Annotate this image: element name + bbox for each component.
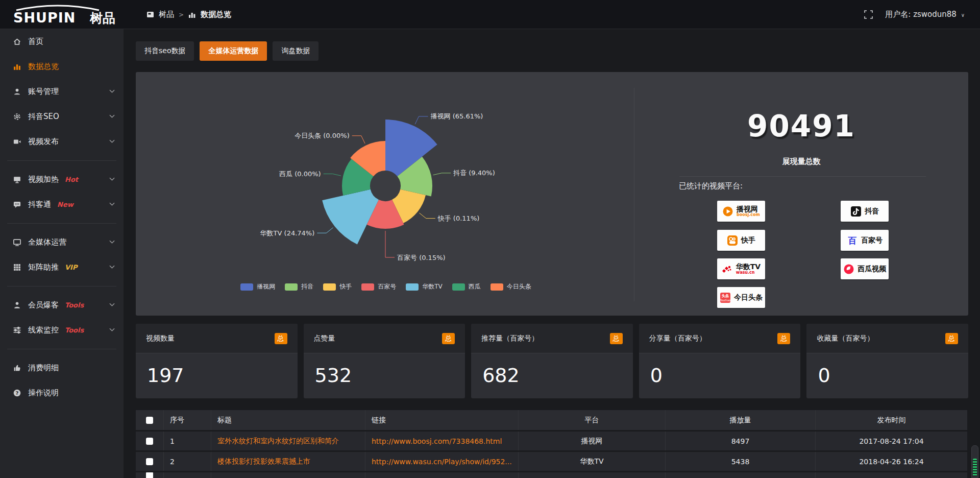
sidebar-item-badge: Tools bbox=[65, 326, 84, 334]
legend-item-华数TV[interactable]: 华数TV bbox=[406, 282, 443, 291]
sidebar-item-消费明细[interactable]: 消费明细 bbox=[0, 355, 124, 380]
legend-item-播视网[interactable]: 播视网 bbox=[240, 282, 275, 291]
legend-item-今日头条[interactable]: 今日头条 bbox=[491, 282, 531, 291]
stat-card-value: 0 bbox=[639, 353, 801, 397]
platform-badge-华数TV[interactable]: 华数TVwasu.cn bbox=[717, 258, 765, 279]
platform-badge-texts: 西瓜视频 bbox=[857, 265, 886, 273]
sidebar-item-label: 视频发布 bbox=[28, 137, 59, 147]
column-header-标题: 标题 bbox=[211, 410, 365, 430]
chevron-down-icon bbox=[109, 177, 115, 181]
legend-label: 今日头条 bbox=[507, 282, 531, 291]
sidebar-item-首页[interactable]: 首页 bbox=[0, 29, 124, 54]
pie-label-line-西瓜 bbox=[324, 174, 341, 176]
sidebar-item-视频加热[interactable]: 视频加热Hot bbox=[0, 167, 124, 192]
platform-badge-快手[interactable]: 快手 bbox=[717, 230, 765, 251]
total-badge[interactable]: 总 bbox=[442, 333, 455, 344]
sidebar-item-线索监控[interactable]: 线索监控Tools bbox=[0, 318, 124, 343]
tab-全媒体运营数据[interactable]: 全媒体运营数据 bbox=[200, 41, 267, 61]
platform-badge-texts: 华数TVwasu.cn bbox=[736, 263, 761, 275]
sidebar: 首页数据总览账号管理抖音SEO视频发布视频加热Hot抖客通New全媒体运营矩阵助… bbox=[0, 29, 124, 478]
platform-badge-今日头条[interactable]: 头条Toutiao今日头条 bbox=[717, 287, 765, 308]
sidebar-item-视频发布[interactable]: 视频发布 bbox=[0, 129, 124, 154]
pie-label-西瓜: 西瓜 (0.00%) bbox=[279, 170, 321, 178]
gear-icon bbox=[13, 112, 21, 121]
sidebar-divider bbox=[7, 223, 116, 224]
fullscreen-icon[interactable] bbox=[864, 10, 873, 19]
row-title[interactable]: 楼体投影灯投影效果震撼上市 bbox=[211, 452, 365, 471]
chevron-down-icon bbox=[109, 139, 115, 144]
sidebar-item-矩阵助推[interactable]: 矩阵助推VIP bbox=[0, 255, 124, 280]
row-link[interactable]: http://www.boosj.com/7338468.html bbox=[365, 432, 518, 450]
table-header-row: 序号标题链接平台播放量发布时间 bbox=[136, 410, 967, 430]
legend-item-西瓜[interactable]: 西瓜 bbox=[452, 282, 481, 291]
platform-badge-name: 西瓜视频 bbox=[857, 265, 886, 273]
pie-slice-华数TV[interactable] bbox=[322, 189, 379, 245]
empty-cell bbox=[815, 472, 967, 478]
platforms-label: 已统计的视频平台: bbox=[679, 181, 743, 191]
sidebar-item-badge: New bbox=[57, 201, 74, 208]
platform-badge-播视网[interactable]: 播视网boosj.com bbox=[717, 201, 765, 222]
sidebar-item-badge: VIP bbox=[65, 264, 77, 271]
column-header-链接: 链接 bbox=[365, 410, 518, 430]
row-time: 2017-08-24 17:04 bbox=[815, 432, 967, 450]
total-badge[interactable]: 总 bbox=[610, 333, 623, 344]
table-row[interactable]: 2楼体投影灯投影效果震撼上市http://www.wasu.cn/Play/sh… bbox=[136, 452, 967, 471]
grid-icon bbox=[13, 263, 21, 272]
row-checkbox[interactable] bbox=[146, 458, 153, 465]
select-all-checkbox[interactable] bbox=[146, 417, 153, 424]
platform-badge-西瓜视频[interactable]: 西瓜视频 bbox=[841, 258, 889, 279]
stat-card-header: 收藏量（百家号）总 bbox=[806, 324, 968, 353]
total-badge[interactable]: 总 bbox=[945, 333, 958, 344]
row-checkbox[interactable] bbox=[146, 472, 153, 478]
platform-badge-texts: 播视网boosj.com bbox=[737, 205, 760, 217]
legend-item-快手[interactable]: 快手 bbox=[323, 282, 352, 291]
sidebar-item-账号管理[interactable]: 账号管理 bbox=[0, 79, 124, 104]
sidebar-item-label: 会员爆客 bbox=[28, 300, 59, 310]
sidebar-item-数据总览[interactable]: 数据总览 bbox=[0, 54, 124, 79]
pie-label-line-百家号 bbox=[385, 231, 395, 257]
main-content: 抖音seo数据全媒体运营数据询盘数据 播视网 (65.61%)抖音 (9.40%… bbox=[124, 29, 980, 478]
logo-text-en: SHUPIN bbox=[13, 10, 76, 26]
side-float-widget[interactable] bbox=[971, 445, 978, 478]
legend-item-抖音[interactable]: 抖音 bbox=[285, 282, 313, 291]
row-platform: 华数TV bbox=[518, 452, 665, 471]
username-menu[interactable]: 用户名: zswodun88 ∨ bbox=[885, 10, 965, 19]
tab-抖音seo数据[interactable]: 抖音seo数据 bbox=[136, 41, 194, 61]
pie-label-line-播视网 bbox=[415, 116, 428, 124]
row-checkbox[interactable] bbox=[146, 438, 153, 445]
platform-badge-百家号[interactable]: 百百家号 bbox=[841, 230, 889, 251]
panel-divider-vertical bbox=[634, 88, 634, 301]
table-row[interactable]: 1室外水纹灯和室内水纹灯的区别和简介http://www.boosj.com/7… bbox=[136, 432, 967, 450]
row-title[interactable]: 室外水纹灯和室内水纹灯的区别和简介 bbox=[211, 432, 365, 450]
sidebar-item-操作说明[interactable]: ?操作说明 bbox=[0, 380, 124, 405]
platform-badge-抖音[interactable]: 抖音 bbox=[841, 201, 889, 222]
stat-card-value: 0 bbox=[806, 353, 968, 397]
app-logo: SHUPIN 树品 bbox=[9, 4, 121, 26]
platform-badge-texts: 今日头条 bbox=[734, 294, 763, 301]
sidebar-item-全媒体运营[interactable]: 全媒体运营 bbox=[0, 230, 124, 255]
total-badge[interactable]: 总 bbox=[777, 333, 790, 344]
stat-card-title: 分享量（百家号） bbox=[649, 334, 706, 343]
sidebar-item-抖客通[interactable]: 抖客通New bbox=[0, 192, 124, 217]
monitor-hot-icon bbox=[13, 175, 21, 184]
tab-询盘数据[interactable]: 询盘数据 bbox=[273, 41, 318, 61]
rose-pie-chart[interactable]: 播视网 (65.61%)抖音 (9.40%)快手 (0.11%)百家号 (0.1… bbox=[136, 72, 634, 316]
breadcrumb-root[interactable]: 树品 bbox=[159, 10, 174, 19]
svg-text:百: 百 bbox=[848, 235, 857, 246]
sidebar-item-抖音SEO[interactable]: 抖音SEO bbox=[0, 104, 124, 129]
logo-text-cn: 树品 bbox=[89, 11, 115, 26]
legend-swatch bbox=[361, 283, 374, 291]
pie-label-华数TV: 华数TV (24.74%) bbox=[260, 229, 315, 237]
sidebar-item-会员爆客[interactable]: 会员爆客Tools bbox=[0, 293, 124, 318]
platform-badge-name: 播视网 bbox=[737, 205, 760, 213]
bar-chart-icon bbox=[188, 11, 196, 18]
table-row-partial[interactable] bbox=[136, 472, 967, 478]
empty-cell bbox=[211, 472, 365, 478]
total-badge[interactable]: 总 bbox=[275, 333, 287, 344]
app-square-icon bbox=[146, 11, 154, 18]
username-label: 用户名: zswodun88 bbox=[885, 10, 957, 19]
breadcrumb: 树品 > 数据总览 bbox=[146, 0, 231, 29]
legend-item-百家号[interactable]: 百家号 bbox=[361, 282, 396, 291]
platform-badge-name: 华数TV bbox=[736, 263, 761, 271]
row-link[interactable]: http://www.wasu.cn/Play/show/id/952... bbox=[365, 452, 518, 471]
